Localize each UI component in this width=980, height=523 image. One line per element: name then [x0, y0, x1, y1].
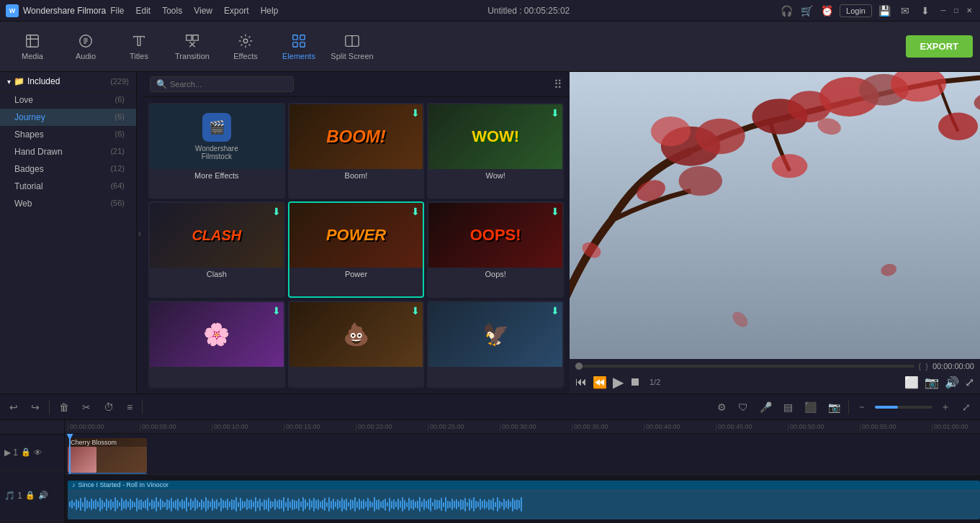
- snapshot-button[interactable]: 📷: [925, 376, 939, 389]
- cart-icon[interactable]: 🛒: [799, 4, 814, 18]
- login-button[interactable]: Login: [840, 4, 872, 17]
- stop-button[interactable]: ⏹: [629, 376, 641, 388]
- wave-bar: [156, 497, 157, 511]
- left-item-handdrawn[interactable]: Hand Drawn (21): [0, 143, 136, 160]
- menu-edit[interactable]: Edit: [136, 6, 151, 16]
- toolbar-splitscreen[interactable]: Split Screen: [327, 25, 377, 68]
- expand-button[interactable]: ⤢: [965, 376, 974, 389]
- panel-divider[interactable]: [137, 72, 143, 394]
- download-icon[interactable]: ⬇: [918, 4, 932, 18]
- zoom-in-button[interactable]: ＋: [937, 399, 954, 416]
- step-back-button[interactable]: ⏮: [575, 376, 587, 388]
- left-item-shapes[interactable]: Shapes (6): [0, 126, 136, 143]
- undo-button[interactable]: ↩: [6, 399, 22, 415]
- left-item-web[interactable]: Web (56): [0, 195, 136, 212]
- grid-item-power[interactable]: POWER ⬇ Power: [288, 201, 425, 297]
- zoom-out-button[interactable]: －: [853, 399, 871, 416]
- app-name: Wondershare Filmora: [23, 6, 106, 16]
- left-item-love[interactable]: Love (6): [0, 91, 136, 109]
- toolbar-effects-label: Effects: [233, 52, 257, 60]
- redo-button[interactable]: ↪: [27, 399, 43, 415]
- maximize-button[interactable]: □: [951, 6, 961, 16]
- grid-toggle-button[interactable]: ⠿: [554, 78, 562, 91]
- stabilize-button[interactable]: ⚙: [714, 399, 730, 415]
- seekbar-track[interactable]: [575, 365, 914, 368]
- speed-button[interactable]: 📷: [824, 399, 844, 415]
- wave-bar: [333, 499, 334, 510]
- left-item-tutorial-label: Tutorial: [14, 181, 43, 191]
- track1-eye-icon[interactable]: 👁: [34, 448, 42, 457]
- wave-bar: [410, 500, 412, 509]
- toolbar-titles[interactable]: Titles: [114, 25, 164, 68]
- track1-lock-icon[interactable]: 🔒: [21, 447, 31, 457]
- search-box[interactable]: 🔍: [150, 76, 294, 92]
- delete-button[interactable]: 🗑: [55, 399, 73, 415]
- fit-button[interactable]: ⤢: [958, 399, 974, 415]
- minimize-button[interactable]: ─: [938, 6, 948, 16]
- left-item-badges[interactable]: Badges (12): [0, 160, 136, 178]
- grid-item-8[interactable]: 💩 ⬇: [288, 301, 425, 388]
- left-item-tutorial[interactable]: Tutorial (64): [0, 178, 136, 195]
- grid-item-7[interactable]: 🌸 ⬇: [148, 301, 285, 388]
- crop-button[interactable]: ⬛: [801, 399, 820, 415]
- search-input[interactable]: [170, 80, 287, 88]
- track2-lock-icon[interactable]: 🔒: [25, 491, 35, 500]
- menu-help[interactable]: Help: [261, 6, 279, 16]
- toolbar-transition[interactable]: Transition: [167, 25, 217, 68]
- svg-point-11: [696, 119, 745, 155]
- included-section-header[interactable]: ▾ 📁 Included (229): [0, 72, 136, 91]
- audio-button[interactable]: ≡: [123, 399, 136, 415]
- grid-item-9[interactable]: 🦅 ⬇: [427, 301, 564, 388]
- zoom-slider[interactable]: [875, 406, 932, 409]
- wave-bar: [376, 500, 377, 509]
- playhead[interactable]: [69, 434, 71, 474]
- volume-button[interactable]: 🔊: [945, 376, 959, 389]
- seekbar-thumb[interactable]: [575, 363, 583, 370]
- export-button[interactable]: EXPORT: [906, 35, 973, 58]
- left-item-journey-label: Journey: [14, 112, 45, 122]
- toolbar-audio[interactable]: Audio: [60, 25, 111, 68]
- menu-view[interactable]: View: [194, 6, 212, 16]
- grid-item-oops[interactable]: OOPS! ⬇ Oops!: [427, 201, 564, 297]
- clash-text: CLASH: [192, 227, 241, 244]
- wave-bar: [300, 501, 302, 507]
- frame-back-button[interactable]: ⏪: [593, 376, 607, 389]
- subtitle-button[interactable]: ▤: [780, 399, 796, 415]
- mail-icon[interactable]: ✉: [898, 4, 912, 18]
- menu-tools[interactable]: Tools: [162, 6, 182, 16]
- left-item-journey[interactable]: Journey (6): [0, 109, 136, 126]
- item7-thumb: 🌸 ⬇: [150, 302, 284, 367]
- track2-volume-icon[interactable]: 🔊: [38, 491, 48, 500]
- headphones-icon[interactable]: 🎧: [779, 4, 794, 18]
- wave-bar: [130, 499, 131, 510]
- grid-item-boom[interactable]: BOOM! ⬇ Boom!: [288, 103, 425, 199]
- grid-item-clash[interactable]: CLASH ⬇ Clash: [148, 201, 285, 297]
- duration-button[interactable]: ⏱: [100, 399, 117, 415]
- toolbar-media[interactable]: Media: [7, 25, 58, 68]
- toolbar-elements[interactable]: Elements: [274, 25, 324, 68]
- wave-bar: [320, 501, 321, 508]
- shield-button[interactable]: 🛡: [734, 399, 752, 415]
- cut-button[interactable]: ✂: [78, 399, 94, 415]
- close-button[interactable]: ✕: [964, 6, 974, 16]
- fullscreen-button[interactable]: ⬜: [904, 376, 919, 389]
- mic-button[interactable]: 🎤: [756, 399, 776, 415]
- info-icon[interactable]: ⏰: [819, 4, 834, 18]
- track1-number: ▶ 1: [4, 447, 18, 458]
- timeline-toolbar: ↩ ↪ 🗑 ✂ ⏱ ≡ ⚙ 🛡 🎤 ▤ ⬛ 📷 － ＋ ⤢: [0, 394, 980, 420]
- wave-bar: [136, 498, 138, 511]
- grid-item-filmstock[interactable]: 🎬 WondershareFilmstock More Effects: [148, 103, 285, 199]
- grid-item-wow[interactable]: WOW! ⬇ Wow!: [427, 103, 564, 199]
- play-button[interactable]: ▶: [613, 373, 624, 391]
- wave-bar: [289, 501, 291, 508]
- menu-export[interactable]: Export: [224, 6, 249, 16]
- save-icon[interactable]: 💾: [878, 4, 892, 18]
- video-clip[interactable]: Cherry Blossom: [68, 438, 147, 473]
- wave-bar: [313, 498, 315, 511]
- toolbar-effects[interactable]: Effects: [220, 25, 271, 68]
- menu-file[interactable]: File: [110, 6, 124, 16]
- audio-clip[interactable]: ♪ Since I Started - Roll In Vinocor: [68, 481, 980, 519]
- timeline-body: ▶ 1 🔒 👁 🎵 1 🔒 🔊 00:00:00:00 00:00:05:00 …: [0, 420, 980, 523]
- wave-bar: [439, 500, 440, 509]
- app-logo: W: [6, 4, 19, 17]
